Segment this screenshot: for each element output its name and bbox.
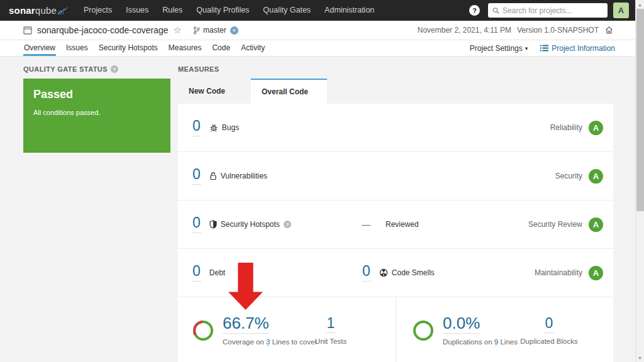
security-rating-badge: A [589,169,603,184]
help-icon[interactable]: ? [469,5,480,16]
duplications-ring-icon [412,319,435,342]
vulnerabilities-count[interactable]: 0 [192,167,201,185]
measures-panel: 0 Bugs Reliability A 0 [178,104,613,362]
project-information-label: Project Information [552,44,615,53]
reviewed-value: — [362,219,370,229]
tab-overview[interactable]: Overview [23,41,56,56]
measures-section-title: MEASURES [178,65,613,73]
nav-item-quality-profiles[interactable]: Quality Profiles [189,0,256,21]
project-settings-label: Project Settings [470,44,523,53]
project-title: sonarqube-jacoco-code-coverage [37,25,169,35]
unit-tests-count[interactable]: 1 [326,316,336,333]
project-settings-menu[interactable]: Project Settings ▾ [470,44,528,53]
bugs-count[interactable]: 0 [192,119,201,136]
nav-item-administration[interactable]: Administration [318,0,381,21]
project-header: sonarqube-jacoco-code-coverage ☆ master … [0,21,635,40]
project-tabs: Overview Issues Security Hotspots Measur… [0,40,635,57]
coverage-desc-prefix: Coverage on [223,338,266,346]
nav-item-quality-gates[interactable]: Quality Gates [256,0,318,21]
duplicated-blocks-measure: 0 Duplicated Blocks [508,316,590,345]
logo-text-light: qube [35,5,57,16]
security-review-rating-badge: A [589,217,603,232]
debt-value[interactable]: 0 [192,264,201,282]
quality-gate-detail: All conditions passed. [33,109,160,116]
duplications-description: Duplications on 9 Lines [443,338,518,346]
measure-row-security-hotspots: 0 Security Hotspots ? — Reviewed [178,200,613,249]
unit-tests-measure: 1 Unit Tests [293,316,369,345]
maintainability-rating-badge: A [589,266,603,280]
code-smells-count[interactable]: 0 [362,264,371,282]
tab-activity[interactable]: Activity [240,41,265,56]
quality-gate-help-icon[interactable]: ? [111,65,118,73]
tab-measures[interactable]: Measures [168,41,203,56]
security-hotspots-count[interactable]: 0 [192,216,201,233]
nav-item-projects[interactable]: Projects [77,0,119,21]
shield-icon [209,220,217,229]
duplicated-blocks-count[interactable]: 0 [544,316,555,333]
top-nav: sonarqube Projects Issues Rules Quality … [0,0,635,21]
quality-gate-status: Passed [33,88,160,101]
tab-overall-code[interactable]: Overall Code [251,79,327,104]
coverage-donut-icon [192,319,214,342]
list-icon [540,45,548,52]
measures-tabs: New Code Overall Code [178,79,613,104]
tab-code[interactable]: Code [211,41,231,56]
sonarqube-logo[interactable]: sonarqube [9,5,68,16]
security-review-label: Security Review [528,220,582,229]
duplications-measure: 0.0% Duplications on 9 Lines [412,315,518,346]
project-version: Version 1.0-SNAPSHOT [517,26,599,35]
unit-tests-label: Unit Tests [293,337,369,345]
vertical-divider [396,297,396,362]
tab-security-hotspots[interactable]: Security Hotspots [98,41,158,56]
analysis-date: November 2, 2021, 4:11 PM [418,26,511,35]
chevron-down-icon: ▾ [525,45,528,52]
measure-row-vulnerabilities: 0 Vulnerabilities Security A [178,152,613,200]
code-smells-label[interactable]: Code Smells [392,268,435,277]
branch-info-icon[interactable]: + [230,26,238,35]
security-label: Security [555,172,582,180]
nav-item-rules[interactable]: Rules [155,0,189,21]
bugs-label[interactable]: Bugs [222,123,239,132]
search-icon [492,7,499,14]
reliability-rating-badge: A [589,121,603,135]
project-information-link[interactable]: Project Information [540,44,615,53]
branch-icon [193,26,200,35]
debt-label[interactable]: Debt [209,268,225,277]
scrollbar-down-icon[interactable]: ▼ [636,353,644,362]
tab-issues[interactable]: Issues [65,41,89,56]
security-hotspots-label[interactable]: Security Hotspots [221,220,280,229]
coverage-percent[interactable]: 66.7% [223,315,269,334]
scrollbar-up-icon[interactable]: ▲ [636,0,644,9]
quality-gate-status-card: Passed All conditions passed. [23,79,170,153]
search-input[interactable] [502,6,603,15]
measure-row-bugs: 0 Bugs Reliability A [178,104,613,152]
reliability-label: Reliability [550,123,582,132]
user-avatar[interactable]: A [613,3,629,18]
page-scrollbar[interactable]: ▲ ▼ [635,0,644,362]
measures-title-text: MEASURES [178,65,219,73]
branch-name[interactable]: master [203,26,226,35]
project-icon [23,26,32,35]
vulnerabilities-label[interactable]: Vulnerabilities [221,172,267,180]
duplications-percent[interactable]: 0.0% [443,315,480,334]
sonar-wave-icon [58,6,68,15]
nav-item-issues[interactable]: Issues [119,0,155,21]
security-hotspots-help-icon[interactable]: ? [284,221,291,228]
global-search[interactable] [488,3,608,18]
quality-gate-section-title: QUALITY GATE STATUS ? [23,65,170,73]
favorite-star-icon[interactable]: ☆ [174,25,182,36]
tab-new-code[interactable]: New Code [178,79,251,104]
logo-text-bold: sonar [9,5,35,16]
reviewed-label: Reviewed [386,220,419,229]
scrollbar-thumb[interactable] [636,9,644,211]
quality-gate-title-text: QUALITY GATE STATUS [23,65,108,73]
duplications-desc-prefix: Duplications on [443,338,494,346]
code-smells-icon [379,268,388,277]
sonarqube-app: sonarqube Projects Issues Rules Quality … [0,0,635,362]
duplicated-blocks-label: Duplicated Blocks [508,337,590,345]
lock-icon [209,172,217,180]
home-icon[interactable] [604,26,614,35]
maintainability-label: Maintainability [535,268,582,277]
bug-icon [209,123,218,132]
